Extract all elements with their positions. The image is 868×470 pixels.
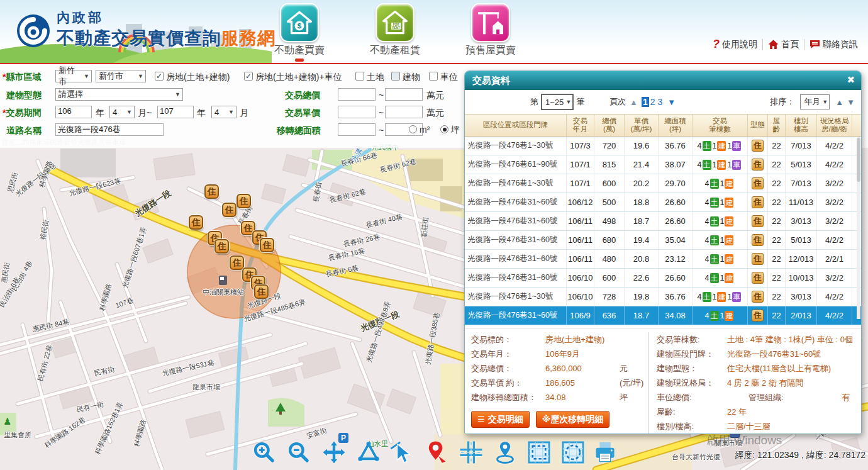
table-row-3[interactable]: 光復路一段476巷1~30號107/160020.229.704土1建住227/… (465, 174, 861, 193)
unit-price-max-input[interactable] (385, 106, 423, 118)
month-suffix: 月 (240, 108, 248, 119)
property-type-checkbox-5[interactable] (429, 72, 438, 81)
area-min-input[interactable] (338, 123, 376, 136)
page-number-2[interactable]: 2 (649, 97, 657, 107)
area-max-input[interactable] (385, 123, 423, 136)
header-link-3[interactable]: 聯絡資訊 (804, 39, 863, 50)
moi-logo-icon (16, 14, 50, 48)
m2-radio-label: m² (420, 125, 430, 135)
header-link-label: 聯絡資訊 (823, 39, 858, 50)
residence-marker-4[interactable]: 住 (189, 215, 203, 230)
header-link-1[interactable]: ?使用說明 (708, 38, 762, 51)
property-type-checkbox-3[interactable] (355, 72, 364, 81)
residence-marker-9[interactable]: 住 (214, 239, 229, 254)
property-type-checkbox-4[interactable] (391, 72, 400, 81)
type-badge: 住 (752, 234, 764, 246)
county-select[interactable]: 新竹市▼ (55, 70, 92, 82)
table-row-8[interactable]: 光復路一段476巷31~60號106/1060022.626.604土1建住22… (465, 269, 861, 288)
residence-marker-8[interactable]: 住 (260, 238, 274, 252)
table-row-2[interactable]: 光復路一段476巷61~90號107/181521.438.074土1建1車住2… (465, 155, 861, 174)
property-type-checkbox-1[interactable]: ✓ (155, 72, 164, 81)
residence-marker-13[interactable]: 住 (254, 284, 269, 299)
rect-select-icon[interactable] (525, 439, 553, 466)
period-to-year-input[interactable]: 107 (157, 106, 194, 118)
column-header: 屋齡 (768, 115, 786, 136)
measure-area-icon[interactable] (355, 439, 382, 466)
building-type-select[interactable]: 請選擇▼ (55, 88, 183, 101)
site-header: 內政部 不動產交易實價查詢服務網 $不動產買賣FORRENT不動產租賃預售屋買賣… (0, 0, 868, 63)
prev-page-icon[interactable]: ▲ (630, 98, 638, 107)
header-link-2[interactable]: 首頁 (763, 39, 804, 50)
property-type-checkbox-2[interactable]: ✓ (244, 72, 253, 81)
table-row-7[interactable]: 光復路一段476巷31~60號106/1148020.823.124土1建住22… (465, 250, 861, 269)
map-street-label: 新莊街 (420, 216, 431, 238)
property-type-checkbox-label: 車位 (440, 72, 458, 83)
period-from-year-input[interactable]: 106 (55, 106, 92, 118)
nav-tab-1[interactable]: $不動產買賣 (264, 3, 335, 62)
gas-poi-icon (219, 276, 227, 285)
sort-asc-icon[interactable]: ▲ (835, 98, 843, 107)
total-price-max-input[interactable] (385, 88, 423, 101)
detail-row: 建物型態：住宅大樓(11層含以上有電梯) (657, 361, 856, 376)
column-header: 現況格局房/廳/衛 (817, 115, 852, 136)
table-scrollbar[interactable] (857, 137, 860, 319)
close-icon[interactable]: ✖ (847, 74, 855, 86)
nav-tab-3[interactable]: 預售屋買賣 (455, 3, 526, 62)
cell-unit-price: 18.7 (625, 212, 659, 230)
cell-counts: 4土1建 (693, 174, 748, 193)
table-row-1[interactable]: 光復路一段476巷1~30號107/372019.636.764土1建1車住22… (465, 137, 861, 155)
wan-unit-label: 萬元 (426, 90, 444, 101)
cell-type: 住 (748, 269, 768, 287)
period-to-month-select[interactable]: 4▼ (211, 106, 236, 118)
pan-icon[interactable] (320, 439, 348, 466)
total-price-min-input[interactable] (338, 88, 376, 101)
transfer-area-label: 移轉總面積 (277, 125, 321, 137)
cell-area: 26.60 (659, 193, 693, 211)
type-badge: 住 (752, 291, 764, 303)
map-area: 光復路一段62巷思民街科學園路光復路一段623巷光復路一段裕民街惠民街民治街 4… (0, 64, 868, 470)
cell-year-month: 107/1 (567, 155, 594, 174)
next-page-icon[interactable]: ▼ (667, 98, 676, 107)
print-icon[interactable] (591, 439, 619, 466)
sort-desc-icon[interactable]: ▼ (847, 98, 855, 107)
unit-price-min-input[interactable] (338, 106, 376, 118)
table-row-10[interactable]: 光復路一段476巷31~60號106/963618.734.084土1建住222… (465, 306, 861, 325)
cell-address: 光復路一段476巷31~60號 (465, 212, 567, 230)
cell-address: 光復路一段476巷1~30號 (465, 288, 567, 306)
district-select[interactable]: 新竹市▼ (96, 70, 146, 82)
page-number-1[interactable]: 1 (642, 97, 649, 107)
unit-m2-radio[interactable] (409, 125, 417, 133)
cell-unit-price: 19.8 (625, 288, 659, 306)
unit-ping-radio[interactable] (440, 125, 448, 133)
cell-age: 22 (768, 288, 786, 306)
table-row-5[interactable]: 光復路一段476巷31~60號106/1149818.726.604土1建住22… (465, 212, 861, 231)
residence-marker-1[interactable]: 住 (204, 184, 219, 199)
residence-marker-10[interactable]: 住 (230, 255, 244, 270)
residence-marker-3[interactable]: 住 (222, 203, 236, 217)
sort-select[interactable]: 年月▼ (800, 94, 830, 109)
per-page-select[interactable]: 1~25▼ (541, 94, 574, 110)
detail-row: 交易筆棟數:土地 : 4筆 建物 : 1棟(戶) 車位 : 0個 (657, 332, 856, 347)
drop-pin-icon[interactable] (423, 439, 450, 466)
page-number-3[interactable]: 3 (656, 97, 664, 107)
transfer-history-button[interactable]: ※歷次移轉明細 (536, 411, 610, 428)
detail-row: 樓別/樓高:二層/十三層 (657, 419, 856, 434)
header-link-label: 首頁 (781, 39, 799, 50)
site-logo[interactable]: 內政部 不動產交易實價查詢服務網 (16, 9, 275, 50)
question-icon: ? (713, 38, 720, 51)
nav-tab-2[interactable]: FORRENT不動產租賃 (360, 3, 430, 62)
cell-type: 住 (748, 288, 768, 306)
zoom-out-icon[interactable] (285, 439, 313, 466)
table-row-6[interactable]: 光復路一段476巷31~60號106/1168019.435.044土1建住22… (465, 231, 861, 250)
road-query-icon[interactable] (457, 439, 485, 466)
zoom-in-icon[interactable] (250, 439, 278, 466)
locate-pin-icon[interactable] (491, 439, 519, 466)
residence-marker-2[interactable]: 住 (236, 194, 251, 208)
table-row-9[interactable]: 光復路一段476巷1~30號106/1072819.836.764土1建1車住2… (465, 288, 861, 306)
select-arrow-icon[interactable] (388, 439, 416, 466)
period-from-month-select[interactable]: 4▼ (109, 106, 135, 118)
circle-select-icon[interactable] (559, 439, 587, 466)
table-row-4[interactable]: 光復路一段476巷31~60號106/1250018.826.604土1建住22… (465, 193, 861, 212)
transaction-detail-button[interactable]: ☰交易明細 (471, 411, 530, 428)
road-name-input[interactable]: 光復路一段476巷 (55, 123, 164, 136)
